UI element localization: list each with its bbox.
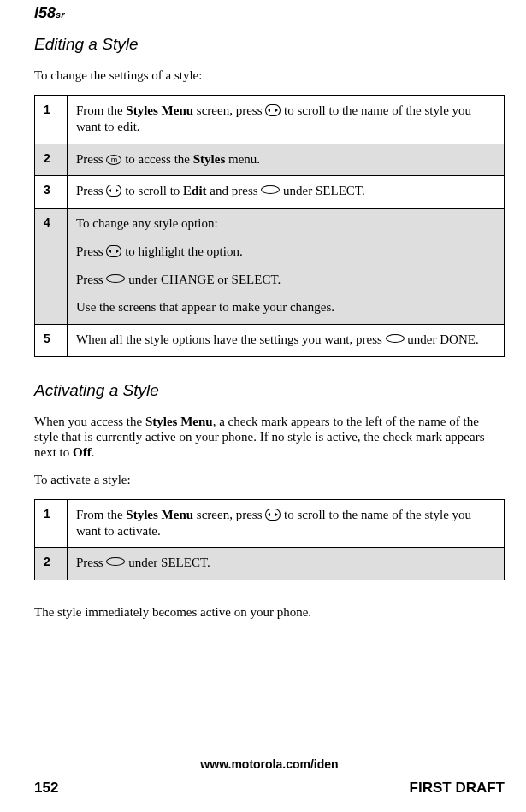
text: to access the xyxy=(121,152,192,166)
intro-text-1: To change the settings of a style: xyxy=(34,68,505,83)
menu-key-icon: m xyxy=(106,155,121,165)
section-heading-editing: Editing a Style xyxy=(34,35,505,54)
text: Press xyxy=(76,152,106,166)
text: under CHANGE or SELECT. xyxy=(125,273,281,286)
bold-text: Styles xyxy=(193,152,226,166)
model-logo: i58sr xyxy=(34,4,64,22)
header-rule xyxy=(34,26,505,26)
draft-label: FIRST DRAFT xyxy=(410,780,505,797)
text: Press xyxy=(76,273,106,286)
step-number: 2 xyxy=(35,144,68,176)
bold-text: Edit xyxy=(183,184,207,197)
step-text: When all the style options have the sett… xyxy=(68,325,505,357)
step-number: 3 xyxy=(35,176,68,209)
text: under SELECT. xyxy=(125,556,210,569)
steps-table-2: 1 From the Styles Menu screen, press to … xyxy=(34,499,505,580)
paragraph: When you access the Styles Menu, a check… xyxy=(34,414,505,460)
text: Press xyxy=(76,184,106,197)
section-heading-activating: Activating a Style xyxy=(34,381,505,400)
text: screen, press xyxy=(193,103,265,117)
table-row: 2 Press m to access the Styles menu. xyxy=(35,144,505,176)
text: to highlight the option. xyxy=(121,244,242,258)
text: When you access the xyxy=(34,415,145,428)
softkey-icon xyxy=(261,185,280,194)
table-row: 2 Press under SELECT. xyxy=(35,548,505,580)
paragraph-after: The style immediately becomes active on … xyxy=(34,604,505,620)
step-number: 1 xyxy=(35,96,68,144)
text: and press xyxy=(207,184,262,197)
table-row: 3 Press to scroll to Edit and press unde… xyxy=(35,176,505,209)
text: to scroll to xyxy=(121,184,183,197)
text: menu. xyxy=(225,152,260,166)
table-row: 1 From the Styles Menu screen, press to … xyxy=(35,499,505,548)
step-number: 2 xyxy=(35,548,68,580)
bold-text: Styles Menu xyxy=(126,508,193,521)
footer-url: www.motorola.com/iden xyxy=(34,757,505,771)
softkey-icon xyxy=(106,557,125,566)
steps-table-1: 1 From the Styles Menu screen, press to … xyxy=(34,95,505,357)
text: When all the style options have the sett… xyxy=(76,332,386,346)
text: under DONE. xyxy=(405,332,479,346)
step-number: 5 xyxy=(35,325,68,357)
text: Press xyxy=(76,556,106,569)
nav-icon xyxy=(265,104,281,116)
softkey-icon xyxy=(386,334,405,343)
step-text: Press under SELECT. xyxy=(68,548,505,580)
text: To change any style option: xyxy=(76,215,495,232)
text: screen, press xyxy=(193,508,265,521)
step-text: From the Styles Menu screen, press to sc… xyxy=(68,499,505,548)
step-text: Press m to access the Styles menu. xyxy=(68,144,505,176)
table-row: 5 When all the style options have the se… xyxy=(35,325,505,357)
intro-text-2: To activate a style: xyxy=(34,472,505,487)
step-text: Press to scroll to Edit and press under … xyxy=(68,176,505,209)
text: . xyxy=(92,445,95,459)
text: From the xyxy=(76,103,126,117)
softkey-icon xyxy=(106,274,125,283)
text: From the xyxy=(76,508,126,521)
page-footer: www.motorola.com/iden 152 FIRST DRAFT xyxy=(34,757,505,797)
text: Press xyxy=(76,244,106,258)
table-row: 1 From the Styles Menu screen, press to … xyxy=(35,96,505,144)
table-row: 4 To change any style option: Press to h… xyxy=(35,209,505,325)
nav-icon xyxy=(265,509,281,521)
step-number: 1 xyxy=(35,499,68,548)
step-text: To change any style option: Press to hig… xyxy=(68,209,505,325)
nav-icon xyxy=(106,185,121,197)
text: Use the screens that appear to make your… xyxy=(76,299,495,315)
nav-icon xyxy=(106,245,121,257)
bold-text: Off xyxy=(73,445,92,459)
bold-text: Styles Menu xyxy=(145,415,213,428)
page-number: 152 xyxy=(34,780,58,797)
bold-text: Styles Menu xyxy=(126,103,193,117)
text: under SELECT. xyxy=(280,184,364,197)
step-number: 4 xyxy=(35,209,68,325)
step-text: From the Styles Menu screen, press to sc… xyxy=(68,96,505,144)
page-header: i58sr xyxy=(34,4,505,22)
